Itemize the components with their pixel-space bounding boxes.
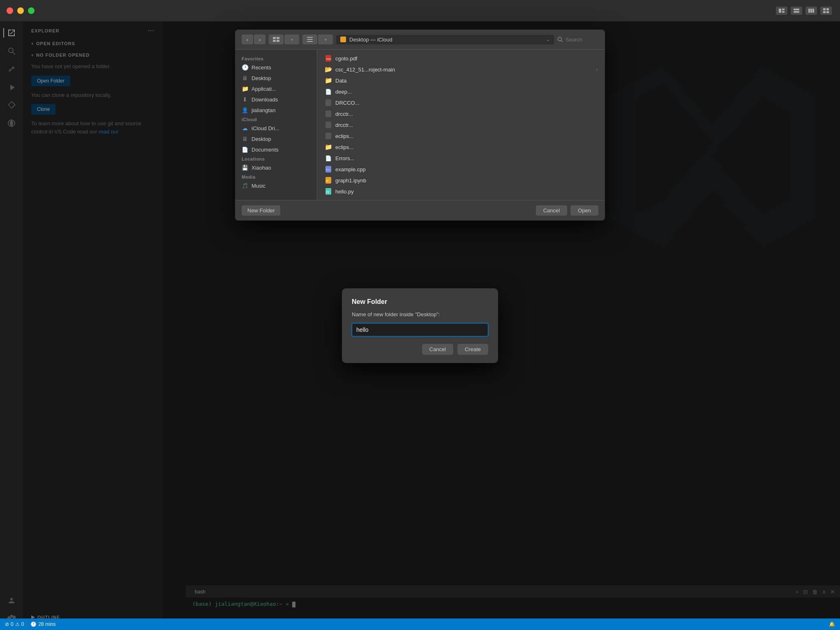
notification-icon[interactable]: 🔔 — [829, 621, 835, 627]
svg-rect-7 — [812, 9, 814, 13]
error-icon: ⊘ — [5, 621, 9, 627]
svg-rect-10 — [823, 11, 826, 13]
layout-icon-1[interactable] — [776, 7, 787, 15]
file-dialog: ‹ › ▾ ▾ Desktop — iCloud ⌄ — [235, 30, 605, 221]
svg-rect-5 — [808, 9, 810, 13]
titlebar-icons — [776, 7, 832, 15]
status-bar: ⊘ 0 ⚠ 0 🕐 28 mins 🔔 — [0, 619, 840, 630]
svg-rect-4 — [794, 11, 799, 13]
clock-icon: 🕐 — [30, 621, 37, 627]
warning-icon: ⚠ — [15, 621, 20, 627]
status-time[interactable]: 🕐 28 mins — [30, 621, 55, 627]
svg-rect-6 — [810, 9, 812, 13]
minimize-button[interactable] — [17, 7, 24, 14]
status-errors[interactable]: ⊘ 0 ⚠ 0 — [5, 621, 24, 627]
layout-icon-2[interactable] — [791, 7, 802, 15]
svg-rect-3 — [794, 9, 799, 10]
file-dialog-overlay: ‹ › ▾ ▾ Desktop — iCloud ⌄ — [0, 21, 840, 630]
layout-icon-4[interactable] — [820, 7, 832, 15]
layout-icon-3[interactable] — [805, 7, 817, 15]
status-right: 🔔 — [829, 621, 835, 627]
new-folder-overlay: New Folder Name of new folder inside "De… — [235, 30, 605, 221]
svg-rect-1 — [782, 9, 785, 10]
svg-rect-9 — [826, 8, 829, 10]
svg-rect-11 — [826, 11, 829, 13]
maximize-button[interactable] — [28, 7, 35, 14]
titlebar — [0, 0, 840, 21]
svg-rect-2 — [782, 11, 785, 13]
svg-rect-0 — [779, 9, 781, 13]
svg-rect-8 — [823, 8, 826, 10]
close-button[interactable] — [7, 7, 13, 14]
